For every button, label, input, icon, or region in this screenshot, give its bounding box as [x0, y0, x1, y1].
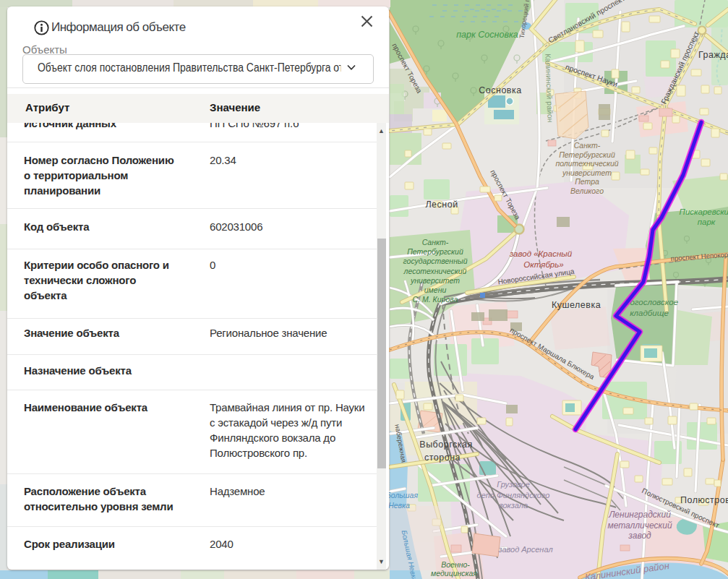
svg-text:Гражданка: Гражданка: [698, 50, 728, 60]
svg-text:Пискаревский: Пискаревский: [680, 207, 728, 216]
svg-text:Петра: Петра: [575, 177, 599, 186]
svg-text:Полюстрово: Полюстрово: [680, 495, 728, 505]
svg-text:депо Финляндского: депо Финляндского: [477, 491, 550, 499]
svg-text:Выборгская: Выборгская: [419, 439, 472, 450]
svg-text:Октябрь»: Октябрь»: [523, 260, 563, 269]
svg-text:Лесной: Лесной: [425, 200, 458, 210]
svg-text:завод Арсенал: завод Арсенал: [497, 545, 552, 554]
svg-text:Великого: Великого: [570, 186, 604, 195]
svg-text:Санкт-: Санкт-: [574, 141, 601, 150]
svg-text:государственный: государственный: [403, 257, 468, 265]
svg-text:Большая: Большая: [386, 491, 418, 499]
svg-text:Невка: Невка: [388, 501, 410, 510]
svg-text:парк Сосновка: парк Сосновка: [456, 30, 518, 40]
svg-text:Санкт-: Санкт-: [422, 238, 449, 246]
svg-text:политехнический: политехнический: [555, 159, 618, 168]
svg-text:Петербургский: Петербургский: [559, 150, 615, 159]
svg-text:сторона: сторона: [424, 453, 461, 463]
svg-text:медицинская: медицинская: [431, 569, 477, 578]
svg-text:Военно-: Военно-: [441, 560, 470, 569]
svg-text:Сосновка: Сосновка: [479, 85, 521, 95]
svg-text:завод «Красный: завод «Красный: [509, 249, 573, 258]
svg-text:вокзала: вокзала: [499, 501, 528, 510]
svg-text:Кушелевка: Кушелевка: [552, 300, 601, 310]
svg-text:парк: парк: [698, 218, 716, 226]
svg-text:металлический: металлический: [607, 520, 672, 531]
svg-text:С. М. Кирова: С. М. Кирова: [413, 295, 458, 304]
svg-text:кладбище: кладбище: [630, 309, 669, 317]
svg-text:лесотехнический: лесотехнический: [403, 267, 467, 275]
svg-text:имени: имени: [424, 286, 447, 294]
svg-text:Грузовое: Грузовое: [497, 480, 530, 489]
svg-text:Ленинградский: Ленинградский: [608, 510, 671, 520]
svg-text:Петербургский: Петербургский: [407, 247, 463, 256]
svg-text:университет: университет: [562, 168, 612, 177]
svg-text:завод: завод: [628, 531, 651, 541]
svg-text:университет: университет: [410, 276, 460, 285]
